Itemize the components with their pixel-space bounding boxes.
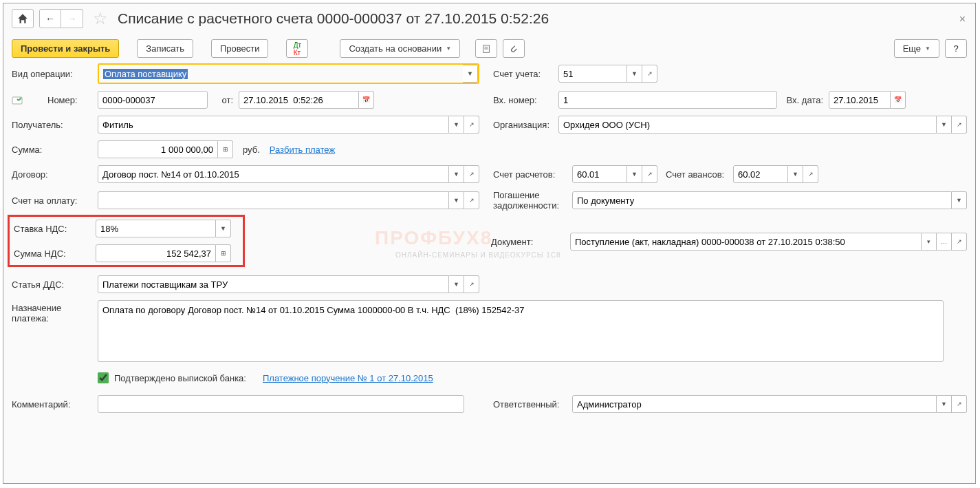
- in-date-label: Вх. дата:: [777, 95, 829, 105]
- organization-label: Организация:: [493, 120, 558, 130]
- calculator-icon[interactable]: ⊞: [218, 140, 233, 158]
- vat-amount-label: Сумма НДС:: [14, 248, 96, 259]
- contract-field[interactable]: ▼ ↗: [98, 165, 479, 183]
- post-and-close-button[interactable]: Провести и закрыть: [12, 39, 119, 58]
- amount-field[interactable]: ⊞: [98, 140, 233, 158]
- dds-field[interactable]: ▼ ↗: [98, 275, 479, 293]
- document-label: Документ:: [491, 237, 570, 247]
- open-icon[interactable]: ↗: [642, 65, 657, 83]
- status-icon: [12, 95, 27, 105]
- back-button[interactable]: ←: [39, 9, 61, 28]
- number-label: Номер:: [27, 95, 98, 105]
- organization-field[interactable]: ▼ ↗: [558, 116, 967, 134]
- forward-button[interactable]: →: [61, 9, 83, 28]
- open-icon[interactable]: ↗: [464, 165, 479, 183]
- home-button[interactable]: [12, 9, 34, 28]
- dropdown-icon[interactable]: ▼: [627, 65, 642, 83]
- account-label: Счет учета:: [493, 69, 558, 79]
- purpose-textarea[interactable]: [98, 300, 944, 362]
- dt-kt-button[interactable]: ДтКт: [286, 39, 308, 58]
- toolbar: Провести и закрыть Записать Провести ДтК…: [3, 34, 975, 63]
- dropdown-icon[interactable]: ▼: [937, 116, 952, 134]
- form-area: Вид операции: Оплата поставщику ▼ Счет у…: [3, 63, 975, 413]
- date-field[interactable]: 📅: [239, 91, 374, 109]
- debt-repay-field[interactable]: ▼: [572, 191, 967, 209]
- print-button[interactable]: [475, 39, 497, 58]
- open-icon[interactable]: ↗: [952, 233, 967, 251]
- favorite-star-icon[interactable]: ☆: [93, 9, 108, 28]
- save-button[interactable]: Записать: [137, 39, 193, 58]
- in-number-label: Вх. номер:: [493, 95, 558, 105]
- settlement-acc-field[interactable]: ▼ ↗: [572, 165, 657, 183]
- payment-order-link[interactable]: Платежное поручение № 1 от 27.10.2015: [263, 373, 433, 383]
- bank-confirmed-checkbox[interactable]: [98, 372, 109, 383]
- contract-label: Договор:: [12, 169, 98, 180]
- vat-rate-label: Ставка НДС:: [14, 224, 96, 234]
- dropdown-icon[interactable]: ▼: [627, 165, 642, 183]
- window-header: ← → ☆ Списание с расчетного счета 0000-0…: [3, 3, 975, 34]
- operation-type-label: Вид операции:: [12, 69, 98, 79]
- in-date-field[interactable]: 📅: [829, 91, 906, 109]
- bank-confirmed-label: Подтверждено выпиской банка:: [114, 373, 246, 383]
- recipient-label: Получатель:: [12, 120, 98, 130]
- help-button[interactable]: ?: [945, 39, 967, 58]
- dropdown-icon[interactable]: ▼: [216, 220, 231, 237]
- attach-button[interactable]: [503, 39, 525, 58]
- dropdown-icon[interactable]: ▼: [788, 165, 803, 183]
- vat-rate-field[interactable]: ▼: [96, 220, 231, 237]
- more-button[interactable]: Еще: [894, 39, 939, 58]
- in-number-field[interactable]: [558, 91, 777, 109]
- responsible-label: Ответственный:: [493, 399, 572, 410]
- dropdown-icon[interactable]: ▼: [463, 65, 478, 83]
- open-icon[interactable]: ↗: [952, 395, 967, 413]
- dropdown-icon[interactable]: ▼: [952, 191, 967, 209]
- amount-label: Сумма:: [12, 145, 98, 155]
- open-icon[interactable]: ↗: [803, 165, 818, 183]
- calendar-icon[interactable]: 📅: [359, 91, 374, 109]
- document-window: ← → ☆ Списание с расчетного счета 0000-0…: [3, 3, 976, 484]
- responsible-field[interactable]: ▼ ↗: [572, 395, 967, 413]
- create-based-on-button[interactable]: Создать на основании: [340, 39, 460, 58]
- number-field[interactable]: [98, 91, 208, 109]
- dds-label: Статья ДДС:: [12, 279, 98, 290]
- document-field[interactable]: ▾ … ↗: [570, 233, 967, 251]
- open-icon[interactable]: ↗: [464, 116, 479, 134]
- comment-field[interactable]: [98, 395, 464, 413]
- post-button[interactable]: Провести: [211, 39, 269, 58]
- recipient-field[interactable]: ▼ ↗: [98, 116, 479, 134]
- from-label: от:: [208, 95, 239, 105]
- dropdown-icon[interactable]: ▼: [937, 395, 952, 413]
- vat-amount-field[interactable]: ⊞: [96, 244, 231, 262]
- purpose-label: Назначение платежа:: [12, 300, 98, 323]
- open-icon[interactable]: ↗: [952, 116, 967, 134]
- advance-acc-field[interactable]: ▼ ↗: [733, 165, 818, 183]
- dropdown-icon[interactable]: ▼: [449, 275, 464, 293]
- window-title: Списание с расчетного счета 0000-000037 …: [118, 10, 549, 27]
- settlement-acc-label: Счет расчетов:: [493, 169, 572, 180]
- open-icon[interactable]: ↗: [464, 275, 479, 293]
- nav-group: ← →: [39, 9, 83, 28]
- dropdown-icon[interactable]: ▼: [449, 165, 464, 183]
- calendar-icon[interactable]: 📅: [891, 91, 906, 109]
- dropdown-icon[interactable]: ▼: [449, 116, 464, 134]
- invoice-label: Счет на оплату:: [12, 195, 98, 206]
- debt-repay-label: Погашение задолженности:: [493, 190, 572, 211]
- vat-highlight-box: Ставка НДС: ▼ Сумма НДС: ⊞: [8, 215, 245, 267]
- split-payment-link[interactable]: Разбить платеж: [270, 145, 335, 155]
- comment-label: Комментарий:: [12, 399, 98, 410]
- invoice-field[interactable]: ▼ ↗: [98, 191, 479, 209]
- close-button[interactable]: ×: [959, 13, 966, 25]
- calculator-icon[interactable]: ⊞: [216, 244, 231, 262]
- open-icon[interactable]: ↗: [464, 191, 479, 209]
- account-field[interactable]: ▼ ↗: [558, 65, 657, 83]
- dropdown-icon[interactable]: ▾: [922, 233, 937, 251]
- ellipsis-icon[interactable]: …: [937, 233, 952, 251]
- advance-acc-label: Счет авансов:: [657, 169, 733, 180]
- open-icon[interactable]: ↗: [642, 165, 657, 183]
- operation-type-field[interactable]: Оплата поставщику ▼: [98, 63, 479, 84]
- dropdown-icon[interactable]: ▼: [449, 191, 464, 209]
- currency-label: руб.: [243, 145, 260, 155]
